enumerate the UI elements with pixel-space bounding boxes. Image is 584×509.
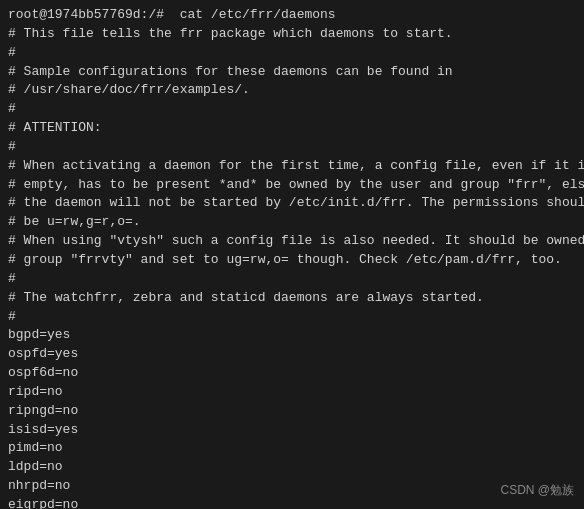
terminal-line: nhrpd=no — [8, 477, 576, 496]
terminal-line: # empty, has to be present *and* be owne… — [8, 176, 576, 195]
terminal-line: isisd=yes — [8, 421, 576, 440]
terminal-line: # When activating a daemon for the first… — [8, 157, 576, 176]
terminal-line: root@1974bb57769d:/# cat /etc/frr/daemon… — [8, 6, 576, 25]
terminal-line: # Sample configurations for these daemon… — [8, 63, 576, 82]
terminal-line: # — [8, 138, 576, 157]
terminal-line: # This file tells the frr package which … — [8, 25, 576, 44]
terminal-line: # the daemon will not be started by /etc… — [8, 194, 576, 213]
terminal-line: # — [8, 100, 576, 119]
terminal-line: ripd=no — [8, 383, 576, 402]
terminal-line: # — [8, 270, 576, 289]
terminal-line: # /usr/share/doc/frr/examples/. — [8, 81, 576, 100]
terminal-window: root@1974bb57769d:/# cat /etc/frr/daemon… — [0, 0, 584, 509]
terminal-line: # be u=rw,g=r,o=. — [8, 213, 576, 232]
terminal-line: # The watchfrr, zebra and staticd daemon… — [8, 289, 576, 308]
terminal-line: # When using "vtysh" such a config file … — [8, 232, 576, 251]
terminal-line: ospf6d=no — [8, 364, 576, 383]
terminal-line: # ATTENTION: — [8, 119, 576, 138]
terminal-line: pimd=no — [8, 439, 576, 458]
watermark: CSDN @勉族 — [500, 482, 574, 499]
terminal-line: # — [8, 308, 576, 327]
terminal-line: ldpd=no — [8, 458, 576, 477]
terminal-line: # group "frrvty" and set to ug=rw,o= tho… — [8, 251, 576, 270]
terminal-line: ospfd=yes — [8, 345, 576, 364]
terminal-line: # — [8, 44, 576, 63]
terminal-line: eigrpd=no — [8, 496, 576, 509]
terminal-line: ripngd=no — [8, 402, 576, 421]
terminal-line: bgpd=yes — [8, 326, 576, 345]
